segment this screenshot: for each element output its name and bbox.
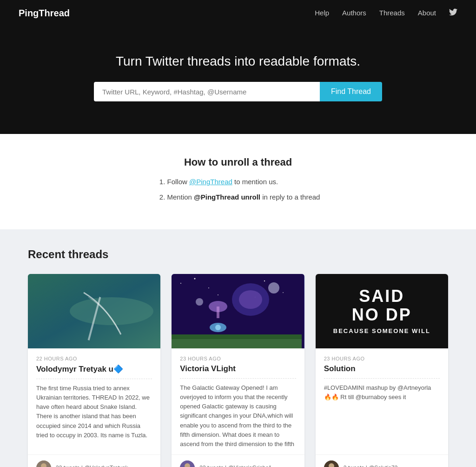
svg-point-10 <box>283 292 284 293</box>
thread-card-body-1: 22 HOURS AGO Volodymyr Tretyak u🔷 The fi… <box>28 348 160 454</box>
thread-footer-3: 2 tweets | @Solutio73 <box>316 454 448 467</box>
find-thread-button[interactable]: Find Thread <box>320 82 382 101</box>
thread-card-body-2: 23 HOURS AGO Victoria VLight The Galacti… <box>172 348 304 454</box>
author-avatar-2 <box>180 460 195 467</box>
howto-section: How to unroll a thread Follow @PingThrea… <box>0 134 476 229</box>
nav-help[interactable]: Help <box>315 9 329 17</box>
thread-time-2: 23 HOURS AGO <box>180 356 296 361</box>
thread-image-said: SAIDNO DP BECAUSE SOMEONE WILL <box>316 274 448 348</box>
svg-point-9 <box>264 280 265 281</box>
thread-card-body-3: 23 HOURS AGO Solution #LOVEDAMINI mashup… <box>316 348 448 454</box>
thread-excerpt-2: The Galactic Gateway Opened! I am overjo… <box>180 383 296 449</box>
thread-time-3: 23 HOURS AGO <box>324 356 440 361</box>
search-bar: Find Thread <box>94 82 382 101</box>
svg-point-1 <box>70 297 153 325</box>
author-avatar-3 <box>324 460 339 467</box>
thread-excerpt-3: #LOVEDAMINI mashup by @Artneyorla 🔥🔥 Rt … <box>324 383 440 402</box>
svg-rect-18 <box>172 339 302 348</box>
svg-point-14 <box>239 290 262 309</box>
svg-point-21 <box>268 282 279 294</box>
hero-section: Turn Twitter threads into readable forma… <box>0 26 476 134</box>
thread-card-1[interactable]: 22 HOURS AGO Volodymyr Tretyak u🔷 The fi… <box>28 274 160 467</box>
search-input[interactable] <box>94 82 320 101</box>
howto-step1: Follow @PingThread to mention us. <box>167 177 320 187</box>
hero-title: Turn Twitter threads into readable forma… <box>9 54 467 69</box>
howto-step2: Mention @PingThread unroll in reply to a… <box>167 192 320 203</box>
nav-threads[interactable]: Threads <box>379 9 405 17</box>
thread-card-3[interactable]: SAIDNO DP BECAUSE SOMEONE WILL 23 HOURS … <box>316 274 448 467</box>
thread-card-2[interactable]: 23 HOURS AGO Victoria VLight The Galacti… <box>172 274 304 467</box>
thread-footer-1: 22 tweets | @VolodyaTretyak <box>28 454 160 467</box>
pingthread-link[interactable]: @PingThread <box>189 178 232 186</box>
twitter-icon[interactable] <box>449 9 457 18</box>
nav-about[interactable]: About <box>418 9 436 17</box>
thread-time-1: 22 HOURS AGO <box>36 356 152 361</box>
svg-rect-16 <box>217 307 219 318</box>
recent-threads-heading: Recent threads <box>28 248 448 261</box>
nav-authors[interactable]: Authors <box>342 9 366 17</box>
thread-image-galactic <box>172 274 304 348</box>
brand-logo[interactable]: PingThread <box>19 8 70 19</box>
thread-title-2: Victoria VLight <box>180 364 296 379</box>
author-info-3: 2 tweets | @Solutio73 <box>344 465 398 467</box>
thread-excerpt-1: The first time Russia tried to annex Ukr… <box>36 384 152 440</box>
howto-heading: How to unroll a thread <box>9 156 467 168</box>
author-avatar-1 <box>36 460 51 467</box>
thread-title-1: Volodymyr Tretyak u🔷 <box>36 364 152 379</box>
recent-threads-section: Recent threads <box>0 229 476 467</box>
navbar: PingThread Help Authors Threads About <box>0 0 476 26</box>
svg-point-22 <box>196 298 203 306</box>
nav-links: Help Authors Threads About <box>315 8 457 19</box>
author-info-1: 22 tweets | @VolodyaTretyak <box>56 465 128 467</box>
thread-title-3: Solution <box>324 364 440 379</box>
threads-grid: 22 HOURS AGO Volodymyr Tretyak u🔷 The fi… <box>28 274 448 467</box>
svg-point-7 <box>194 278 196 280</box>
thread-image-ukraine <box>28 274 160 348</box>
thread-footer-2: 23 tweets | @VictoriaGrishe1 <box>172 454 304 467</box>
author-info-2: 23 tweets | @VictoriaGrishe1 <box>199 465 271 467</box>
svg-point-8 <box>208 287 209 288</box>
svg-point-6 <box>180 283 181 284</box>
svg-point-20 <box>215 325 221 330</box>
svg-point-12 <box>218 294 218 295</box>
howto-list: Follow @PingThread to mention us. Mentio… <box>156 177 320 207</box>
